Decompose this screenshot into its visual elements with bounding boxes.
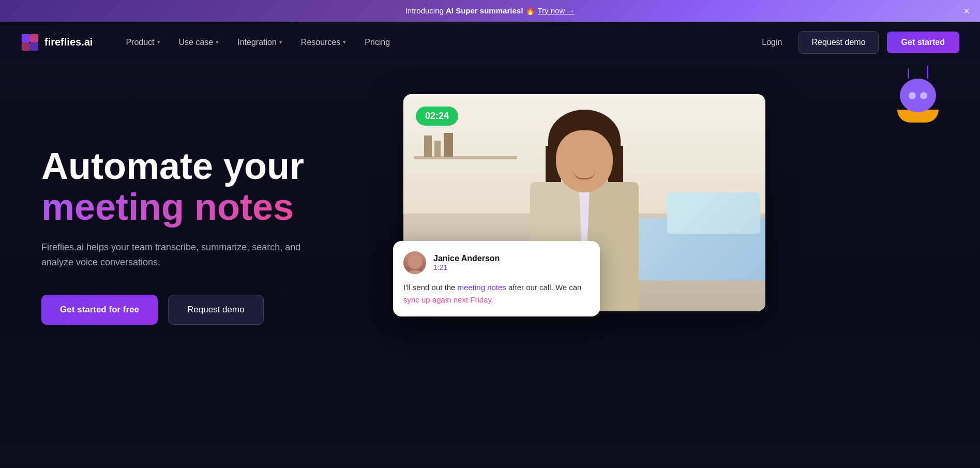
usecase-chevron-icon: ▾ <box>216 39 219 46</box>
user-avatar <box>403 251 426 274</box>
robot-mascot <box>887 79 949 146</box>
product-chevron-icon: ▾ <box>157 39 160 46</box>
robot-antenna-right <box>927 66 928 79</box>
smile <box>574 172 595 179</box>
get-started-button[interactable]: Get started <box>887 32 959 53</box>
avatar-image <box>403 251 426 274</box>
nav-item-pricing[interactable]: Pricing <box>357 34 397 51</box>
nav-actions: Login Request demo Get started <box>753 31 959 54</box>
chat-user-time: 1:21 <box>433 263 500 271</box>
integration-chevron-icon: ▾ <box>279 39 282 46</box>
face <box>556 130 613 192</box>
hero-section: Automate your meeting notes Fireflies.ai… <box>0 63 980 466</box>
banner-text: Introducing AI Super summaries! 🔥 Try no… <box>405 6 575 16</box>
nav-item-product[interactable]: Product ▾ <box>118 34 167 51</box>
logo[interactable]: fireflies.ai <box>21 33 93 52</box>
svg-rect-2 <box>22 42 30 51</box>
login-button[interactable]: Login <box>753 34 790 51</box>
hero-content: Automate your meeting notes Fireflies.ai… <box>41 104 372 325</box>
logo-icon <box>21 33 39 52</box>
announcement-banner: Introducing AI Super summaries! 🔥 Try no… <box>0 0 980 22</box>
robot-eye-left <box>909 92 916 99</box>
chat-card: Janice Anderson 1:21 I'll send out the m… <box>393 241 600 316</box>
hero-description: Fireflies.ai helps your team transcribe,… <box>41 240 310 270</box>
chat-user-name: Janice Anderson <box>433 254 500 263</box>
nav-links: Product ▾ Use case ▾ Integration ▾ Resou… <box>118 34 753 51</box>
nav-item-usecase[interactable]: Use case ▾ <box>172 34 227 51</box>
banner-cta-link[interactable]: Try now → <box>537 6 575 15</box>
highlight-sync-up: sync up again next Friday. <box>403 295 493 304</box>
highlight-meeting-notes: meeting notes <box>458 283 506 292</box>
robot-head <box>900 79 936 112</box>
robot-face <box>909 92 927 99</box>
timer-badge: 02:24 <box>416 107 458 126</box>
hero-title: Automate your meeting notes <box>41 146 372 228</box>
banner-close-button[interactable]: × <box>963 6 970 16</box>
shelf-item-2 <box>434 141 441 157</box>
svg-rect-0 <box>22 34 30 42</box>
avatar-shoulders <box>404 270 425 274</box>
chat-user-info: Janice Anderson 1:21 <box>433 254 500 271</box>
shelf-item-3 <box>444 133 453 157</box>
logo-text: fireflies.ai <box>44 36 93 48</box>
shelf-item-1 <box>424 135 432 157</box>
robot-eye-right <box>920 92 927 99</box>
hero-cta-secondary[interactable]: Request demo <box>168 295 264 325</box>
nav-item-resources[interactable]: Resources ▾ <box>294 34 353 51</box>
navbar: fireflies.ai Product ▾ Use case ▾ Integr… <box>0 22 980 63</box>
resources-chevron-icon: ▾ <box>343 39 346 46</box>
robot-antenna-left <box>908 68 909 79</box>
hero-title-gradient: meeting notes <box>41 186 294 228</box>
svg-rect-3 <box>30 42 38 51</box>
avatar-head <box>408 254 422 269</box>
pillow <box>667 192 760 234</box>
request-demo-button[interactable]: Request demo <box>798 31 878 54</box>
chat-user-row: Janice Anderson 1:21 <box>403 251 590 274</box>
robot-body <box>895 79 941 125</box>
nav-item-integration[interactable]: Integration ▾ <box>230 34 290 51</box>
hero-cta-primary[interactable]: Get started for free <box>41 295 158 325</box>
hero-buttons: Get started for free Request demo <box>41 295 372 325</box>
chat-message: I'll send out the meeting notes after ou… <box>403 281 590 306</box>
svg-rect-1 <box>30 34 38 42</box>
hero-visual: 02:24 Janice Anderson 1:21 I'll send o <box>403 94 939 311</box>
